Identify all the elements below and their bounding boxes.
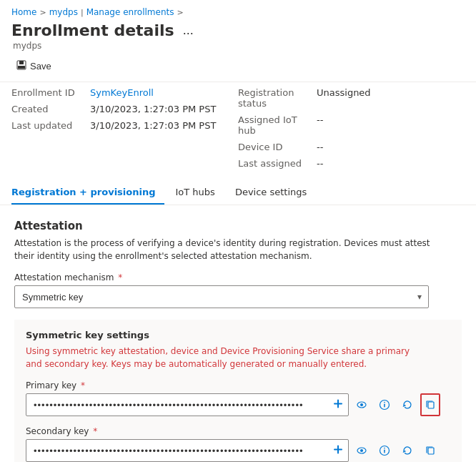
- breadcrumb-manage-enrollments[interactable]: Manage enrollments: [86, 7, 174, 17]
- svg-rect-2: [18, 66, 25, 69]
- svg-rect-16: [384, 450, 385, 453]
- detail-row-last-updated: Last updated 3/10/2023, 1:27:03 PM PST: [11, 118, 238, 133]
- secondary-key-eye-button[interactable]: [352, 439, 372, 462]
- device-id-value: --: [317, 142, 465, 152]
- svg-rect-12: [334, 449, 342, 451]
- assigned-hub-label: Assigned IoT hub: [238, 114, 317, 136]
- attestation-description: Attestation is the process of verifying …: [14, 237, 443, 262]
- save-label: Save: [30, 61, 51, 72]
- tab-device-settings[interactable]: Device settings: [235, 180, 315, 205]
- reg-status-label: Registration status: [238, 87, 317, 109]
- attestation-required-marker: *: [115, 272, 122, 282]
- svg-rect-1: [19, 61, 24, 64]
- primary-key-input-wrapper: [26, 393, 349, 416]
- primary-key-info-button[interactable]: [375, 393, 395, 416]
- secondary-key-info-button[interactable]: [375, 439, 395, 462]
- secondary-key-input[interactable]: [26, 439, 349, 462]
- svg-point-17: [384, 448, 385, 449]
- enrollment-id-value[interactable]: SymKeyEnroll: [90, 87, 238, 98]
- secondary-key-input-wrapper: [26, 439, 349, 462]
- primary-key-eye-button[interactable]: [352, 393, 372, 416]
- breadcrumb-sep-1: >: [39, 8, 46, 17]
- secondary-key-required-marker: *: [90, 426, 97, 436]
- attestation-mechanism-select[interactable]: Symmetric key X.509 TPM: [14, 285, 429, 308]
- detail-row-created: Created 3/10/2023, 1:27:03 PM PST: [11, 102, 238, 117]
- svg-rect-18: [428, 448, 434, 454]
- assigned-hub-value: --: [317, 114, 465, 125]
- primary-key-refresh-button[interactable]: [397, 393, 417, 416]
- svg-rect-8: [384, 404, 385, 408]
- tab-registration-provisioning[interactable]: Registration + provisioning: [11, 180, 164, 205]
- details-right: Registration status Unassigned Assigned …: [238, 85, 465, 171]
- symmetric-key-description: Using symmetric key attestation, device …: [26, 345, 426, 370]
- detail-row-enrollment-id: Enrollment ID SymKeyEnroll: [11, 85, 238, 100]
- content-area: Attestation Attestation is the process o…: [0, 205, 476, 462]
- breadcrumb-mydps[interactable]: mydps: [49, 7, 78, 17]
- last-assigned-value: --: [317, 158, 465, 169]
- detail-row-reg-status: Registration status Unassigned: [238, 85, 465, 111]
- svg-rect-10: [428, 402, 434, 408]
- breadcrumb-sep-3: >: [177, 8, 183, 17]
- toolbar: Save: [0, 51, 476, 82]
- details-left: Enrollment ID SymKeyEnroll Created 3/10/…: [11, 85, 238, 171]
- tab-iot-hubs[interactable]: IoT hubs: [176, 180, 224, 205]
- tabs-container: Registration + provisioning IoT hubs Dev…: [0, 180, 476, 205]
- secondary-key-group: Secondary key *: [26, 426, 450, 462]
- last-assigned-label: Last assigned: [238, 158, 317, 169]
- breadcrumb-home[interactable]: Home: [11, 7, 36, 17]
- tabs: Registration + provisioning IoT hubs Dev…: [11, 180, 465, 205]
- enrollment-id-label: Enrollment ID: [11, 87, 90, 98]
- primary-key-label: Primary key *: [26, 380, 450, 390]
- svg-point-14: [360, 449, 363, 452]
- breadcrumb-sep-2: |: [81, 8, 84, 17]
- svg-point-6: [360, 403, 363, 406]
- save-icon: [16, 59, 27, 73]
- attestation-mechanism-select-wrapper: Symmetric key X.509 TPM: [14, 285, 429, 308]
- symmetric-key-subsection: Symmetric key settings Using symmetric k…: [14, 320, 462, 462]
- attestation-title: Attestation: [14, 220, 462, 232]
- reg-status-value: Unassigned: [317, 87, 465, 98]
- secondary-key-bar-icon: [333, 445, 343, 457]
- detail-row-assigned-hub: Assigned IoT hub --: [238, 112, 465, 138]
- attestation-mechanism-label: Attestation mechanism *: [14, 272, 462, 282]
- detail-row-device-id: Device ID --: [238, 139, 465, 154]
- device-id-label: Device ID: [238, 142, 317, 152]
- page-title: Enrollment details: [11, 21, 174, 39]
- last-updated-value: 3/10/2023, 1:27:03 PM PST: [90, 120, 238, 131]
- ellipsis-button[interactable]: ...: [180, 23, 197, 38]
- secondary-key-field-row: [26, 439, 440, 462]
- secondary-key-copy-button[interactable]: [420, 439, 440, 462]
- breadcrumb: Home > mydps | Manage enrollments >: [0, 0, 476, 20]
- primary-key-group: Primary key *: [26, 380, 450, 416]
- detail-row-last-assigned: Last assigned --: [238, 156, 465, 171]
- primary-key-copy-button[interactable]: [420, 393, 440, 416]
- page-subtitle: mydps: [11, 41, 465, 51]
- primary-key-input[interactable]: [26, 393, 349, 416]
- secondary-key-refresh-button[interactable]: [397, 439, 417, 462]
- secondary-key-label: Secondary key *: [26, 426, 450, 436]
- primary-key-field-row: [26, 393, 440, 416]
- last-updated-label: Last updated: [11, 120, 90, 131]
- primary-key-bar-icon: [333, 399, 343, 411]
- created-value: 3/10/2023, 1:27:03 PM PST: [90, 104, 238, 114]
- created-label: Created: [11, 104, 90, 114]
- svg-rect-4: [334, 403, 342, 405]
- symmetric-key-title: Symmetric key settings: [26, 330, 450, 340]
- svg-point-9: [384, 402, 385, 403]
- primary-key-required-marker: *: [78, 380, 85, 390]
- details-grid: Enrollment ID SymKeyEnroll Created 3/10/…: [0, 82, 476, 180]
- page-title-area: Enrollment details ... mydps: [0, 20, 476, 51]
- save-button[interactable]: Save: [11, 56, 56, 76]
